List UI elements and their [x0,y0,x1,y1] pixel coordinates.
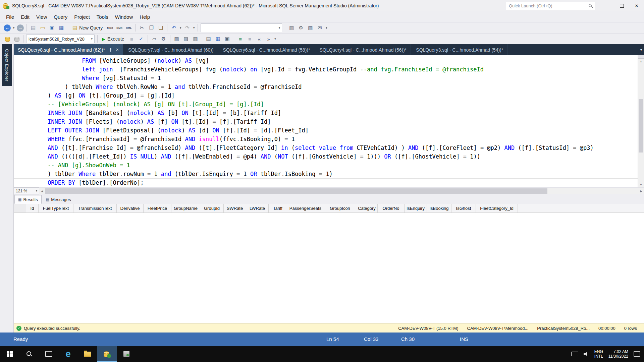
sql-toolbar-options-dropdown[interactable]: ▾ [273,35,277,43]
code-area[interactable]: FROM [VehicleGroups] (nolock) AS [vg] le… [14,55,638,187]
splitter-handle[interactable] [638,55,644,59]
document-tab-5[interactable]: SQLQuery3.sql - C...hmood.Ahmad (54))* [412,44,507,55]
comment-icon[interactable]: ≡ [236,35,245,43]
task-view-button[interactable] [39,346,58,362]
horizontal-scroll-thumb[interactable] [45,188,547,194]
column-header-fueltypetext[interactable]: FuelTypeText [39,204,73,213]
change-connection-icon[interactable] [12,35,21,43]
dmx-query-icon[interactable]: DMX [115,23,124,32]
vertical-scroll-thumb[interactable] [639,99,643,153]
document-tab-3[interactable]: SQLQuery6.sql - C...hmood.Ahmad (58))* [219,44,315,55]
column-header-id[interactable]: Id [26,204,39,213]
menu-file[interactable]: File [3,13,17,21]
minimize-button[interactable] [600,0,614,11]
redo-icon[interactable]: ↷ [183,23,192,32]
query-options-icon[interactable]: ⚙ [159,35,168,43]
properties-window-icon[interactable]: ⚙ [297,23,305,32]
scroll-down-arrow[interactable] [638,182,644,187]
zoom-control[interactable]: 121 % [14,187,39,194]
available-databases-combo-dropdown-icon[interactable]: ▾ [89,37,94,41]
save-icon[interactable]: ▣ [48,23,56,32]
back-history-dropdown[interactable]: ▾ [12,23,16,32]
clock[interactable]: 7:02 AM 11/30/2022 [608,349,628,359]
copy-icon[interactable]: ❐ [147,23,156,32]
editor-vertical-scrollbar[interactable] [638,55,644,187]
column-header-category[interactable]: Category [356,204,378,213]
vertical-scroll-track[interactable] [638,64,644,182]
column-header-derivative[interactable]: Derivative [117,204,144,213]
column-header-swrate[interactable]: SWRate [224,204,246,213]
column-header-isbooking[interactable]: IsBooking [427,204,451,213]
column-header-groupid[interactable]: GroupId [200,204,224,213]
undo-history-dropdown[interactable]: ▾ [178,23,182,32]
xmla-query-icon[interactable]: XML [124,23,133,32]
close-button[interactable] [629,0,644,11]
column-header-groupname[interactable]: GroupName [171,204,200,213]
column-header-fleetcategory_id[interactable]: FleetCategory_Id [476,204,518,213]
editor-horizontal-scrollbar[interactable] [39,187,644,194]
cancel-query-icon[interactable]: ■ [127,35,136,43]
navigate-back-button[interactable]: ← [4,24,11,32]
column-header-isenquiry[interactable]: IsEnquiry [405,204,427,213]
notifications-icon[interactable]: ✉ [315,23,324,32]
object-explorer-details-icon[interactable]: ▧ [306,23,315,32]
mdx-query-icon[interactable]: MDX [106,23,114,32]
column-header-tariff[interactable]: Tariff [269,204,287,213]
cut-icon[interactable]: ✂ [138,23,146,32]
column-header-lwrate[interactable]: LWRate [246,204,269,213]
open-file-icon[interactable]: ▭ [38,23,47,32]
menu-window[interactable]: Window [112,13,136,21]
available-databases-combo[interactable]: icalSystem5028_Robyn_V28▾ [26,35,95,43]
parse-icon[interactable]: ✓ [137,35,146,43]
scroll-right-arrow[interactable] [638,188,644,194]
client-stats-icon[interactable]: ▥ [191,35,200,43]
live-stats-icon[interactable]: ▨ [182,35,191,43]
new-query-button[interactable]: ▤New Query [70,23,105,32]
scroll-left-arrow[interactable] [39,188,45,194]
menu-project[interactable]: Project [71,13,93,21]
scroll-up-arrow[interactable] [638,59,644,64]
document-tab-4[interactable]: SQLQuery4.sql - C...hmood.Ahmad (56))* [315,44,411,55]
start-button[interactable] [0,346,19,362]
paste-icon[interactable]: ❏ [156,23,165,32]
document-list-dropdown-icon[interactable] [640,44,642,55]
toolbar-options-dropdown[interactable]: ▾ [324,23,328,32]
app-taskbar-button[interactable] [117,346,136,362]
column-header-groupicon[interactable]: GroupIcon [324,204,356,213]
maximize-button[interactable] [614,0,629,11]
find-combo-dropdown-icon[interactable]: ▾ [277,26,282,29]
document-tab-2[interactable]: SQLQuery7.sql - C...hmood.Ahmad (60)) [124,44,218,55]
column-header-orderno[interactable]: OrderNo [378,204,405,213]
find-combo[interactable]: ▾ [201,23,282,32]
file-explorer-taskbar-button[interactable] [78,346,97,362]
results-to-text-icon[interactable]: ▤ [204,35,213,43]
redo-history-dropdown[interactable]: ▾ [192,23,196,32]
zoom-dropdown-icon[interactable] [36,189,37,192]
undo-icon[interactable]: ↶ [169,23,178,32]
code-editor[interactable]: FROM [VehicleGroups] (nolock) AS [vg] le… [14,55,644,187]
document-tab-1[interactable]: SQLQuery8.sql - C...hmood.Ahmad (62))*✕ [14,44,123,55]
pin-icon[interactable] [109,48,112,52]
navigate-forward-button[interactable]: → [17,24,24,32]
connect-icon[interactable] [3,35,12,43]
column-header-transmissiontext[interactable]: TransmissionText [73,204,117,213]
menu-view[interactable]: View [33,13,50,21]
results-tab-results[interactable]: ▦Results [14,195,42,204]
quick-launch-input[interactable] [508,3,588,9]
execute-button[interactable]: ▶Execute [100,35,127,43]
touch-keyboard-icon[interactable] [571,352,578,356]
column-header-passengerseats[interactable]: PassengerSeats [287,204,324,213]
results-grid-body[interactable] [14,213,644,323]
close-icon[interactable]: ✕ [116,48,119,52]
taskbar-search-button[interactable] [19,346,39,362]
menu-query[interactable]: Query [50,13,71,21]
results-tab-messages[interactable]: ▤Messages [42,195,75,204]
outdent-icon[interactable]: « [255,35,264,43]
results-to-file-icon[interactable]: ▣ [223,35,232,43]
sqlcmd-mode-icon[interactable]: ▱ [150,35,159,43]
new-project-icon[interactable]: ▤ [29,23,38,32]
language-indicator[interactable]: ENG INTL [594,349,603,359]
edge-taskbar-button[interactable] [58,346,78,362]
solution-explorer-icon[interactable]: ▥ [287,23,296,32]
column-header-fleetprice[interactable]: FleetPrice [144,204,171,213]
